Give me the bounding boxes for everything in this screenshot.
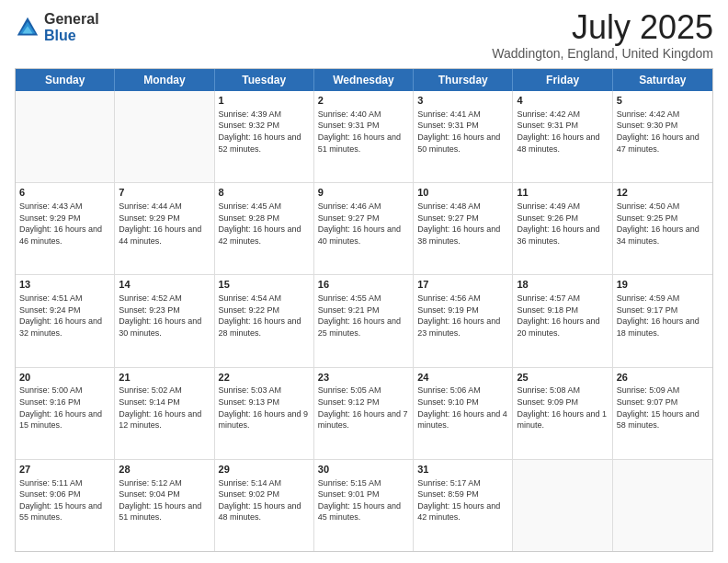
cell-info: Sunrise: 4:40 AM Sunset: 9:31 PM Dayligh… (318, 109, 409, 155)
day-number: 11 (517, 186, 608, 200)
calendar-cell: 23Sunrise: 5:05 AM Sunset: 9:12 PM Dayli… (314, 368, 414, 459)
day-number: 26 (617, 371, 709, 385)
cell-info: Sunrise: 5:15 AM Sunset: 9:01 PM Dayligh… (318, 477, 409, 523)
cell-info: Sunrise: 5:02 AM Sunset: 9:14 PM Dayligh… (119, 385, 210, 431)
calendar-cell: 2Sunrise: 4:40 AM Sunset: 9:31 PM Daylig… (314, 91, 414, 182)
calendar-row: 20Sunrise: 5:00 AM Sunset: 9:16 PM Dayli… (16, 367, 712, 459)
calendar-header-saturday: Saturday (613, 69, 712, 91)
title-block: July 2025 Waddington, England, United Ki… (492, 11, 713, 61)
day-number: 9 (318, 186, 409, 200)
cell-info: Sunrise: 4:55 AM Sunset: 9:21 PM Dayligh… (318, 293, 409, 339)
calendar-cell: 18Sunrise: 4:57 AM Sunset: 9:18 PM Dayli… (513, 275, 612, 366)
day-number: 30 (318, 463, 409, 477)
day-number: 28 (119, 463, 210, 477)
cell-info: Sunrise: 5:03 AM Sunset: 9:13 PM Dayligh… (219, 385, 310, 431)
day-number: 7 (119, 186, 210, 200)
cell-info: Sunrise: 5:05 AM Sunset: 9:12 PM Dayligh… (318, 385, 409, 431)
cell-info: Sunrise: 4:56 AM Sunset: 9:19 PM Dayligh… (417, 293, 508, 339)
calendar-cell: 6Sunrise: 4:43 AM Sunset: 9:29 PM Daylig… (16, 183, 115, 274)
cell-info: Sunrise: 4:43 AM Sunset: 9:29 PM Dayligh… (19, 201, 110, 247)
calendar-cell: 4Sunrise: 4:42 AM Sunset: 9:31 PM Daylig… (513, 91, 612, 182)
day-number: 17 (417, 278, 508, 292)
day-number: 4 (517, 94, 608, 108)
calendar-row: 6Sunrise: 4:43 AM Sunset: 9:29 PM Daylig… (16, 182, 712, 274)
calendar-cell: 24Sunrise: 5:06 AM Sunset: 9:10 PM Dayli… (414, 368, 513, 459)
cell-info: Sunrise: 5:08 AM Sunset: 9:09 PM Dayligh… (517, 385, 608, 431)
calendar-cell (613, 460, 712, 551)
calendar-cell (513, 460, 612, 551)
page: General Blue July 2025 Waddington, Engla… (0, 0, 728, 563)
location: Waddington, England, United Kingdom (492, 46, 713, 61)
calendar-cell: 31Sunrise: 5:17 AM Sunset: 8:59 PM Dayli… (414, 460, 513, 551)
logo-icon (15, 15, 40, 40)
cell-info: Sunrise: 5:12 AM Sunset: 9:04 PM Dayligh… (119, 477, 210, 523)
day-number: 14 (119, 278, 210, 292)
cell-info: Sunrise: 4:59 AM Sunset: 9:17 PM Dayligh… (617, 293, 709, 339)
calendar-cell: 30Sunrise: 5:15 AM Sunset: 9:01 PM Dayli… (314, 460, 414, 551)
cell-info: Sunrise: 5:14 AM Sunset: 9:02 PM Dayligh… (219, 477, 310, 523)
logo: General Blue (15, 11, 99, 43)
logo-blue: Blue (44, 28, 99, 44)
cell-info: Sunrise: 4:54 AM Sunset: 9:22 PM Dayligh… (219, 293, 310, 339)
calendar-cell: 8Sunrise: 4:45 AM Sunset: 9:28 PM Daylig… (215, 183, 314, 274)
calendar-cell: 19Sunrise: 4:59 AM Sunset: 9:17 PM Dayli… (613, 275, 712, 366)
calendar-cell: 12Sunrise: 4:50 AM Sunset: 9:25 PM Dayli… (613, 183, 712, 274)
day-number: 25 (517, 371, 608, 385)
calendar-cell: 17Sunrise: 4:56 AM Sunset: 9:19 PM Dayli… (414, 275, 513, 366)
day-number: 29 (219, 463, 310, 477)
calendar-header-friday: Friday (513, 69, 612, 91)
day-number: 18 (517, 278, 608, 292)
cell-info: Sunrise: 4:57 AM Sunset: 9:18 PM Dayligh… (517, 293, 608, 339)
header: General Blue July 2025 Waddington, Engla… (15, 11, 713, 61)
calendar-row: 1Sunrise: 4:39 AM Sunset: 9:32 PM Daylig… (16, 91, 712, 182)
calendar-cell: 20Sunrise: 5:00 AM Sunset: 9:16 PM Dayli… (16, 368, 115, 459)
cell-info: Sunrise: 4:42 AM Sunset: 9:30 PM Dayligh… (617, 109, 709, 155)
cell-info: Sunrise: 4:51 AM Sunset: 9:24 PM Dayligh… (19, 293, 110, 339)
calendar-header-thursday: Thursday (414, 69, 513, 91)
calendar-cell: 27Sunrise: 5:11 AM Sunset: 9:06 PM Dayli… (16, 460, 115, 551)
calendar-row: 27Sunrise: 5:11 AM Sunset: 9:06 PM Dayli… (16, 459, 712, 551)
cell-info: Sunrise: 4:39 AM Sunset: 9:32 PM Dayligh… (219, 109, 310, 155)
day-number: 10 (417, 186, 508, 200)
calendar-cell: 3Sunrise: 4:41 AM Sunset: 9:31 PM Daylig… (414, 91, 513, 182)
cell-info: Sunrise: 4:44 AM Sunset: 9:29 PM Dayligh… (119, 201, 210, 247)
day-number: 20 (19, 371, 110, 385)
day-number: 23 (318, 371, 409, 385)
calendar-cell (16, 91, 115, 182)
calendar-cell: 15Sunrise: 4:54 AM Sunset: 9:22 PM Dayli… (215, 275, 314, 366)
cell-info: Sunrise: 4:45 AM Sunset: 9:28 PM Dayligh… (219, 201, 310, 247)
day-number: 1 (219, 94, 310, 108)
logo-general: General (44, 11, 99, 28)
day-number: 31 (417, 463, 508, 477)
month-title: July 2025 (492, 11, 713, 44)
calendar-header-monday: Monday (115, 69, 214, 91)
day-number: 16 (318, 278, 409, 292)
day-number: 3 (417, 94, 508, 108)
calendar-body: 1Sunrise: 4:39 AM Sunset: 9:32 PM Daylig… (16, 91, 712, 551)
day-number: 8 (219, 186, 310, 200)
calendar-cell: 10Sunrise: 4:48 AM Sunset: 9:27 PM Dayli… (414, 183, 513, 274)
logo-text: General Blue (44, 11, 99, 43)
calendar-header: SundayMondayTuesdayWednesdayThursdayFrid… (16, 69, 712, 91)
cell-info: Sunrise: 4:41 AM Sunset: 9:31 PM Dayligh… (417, 109, 508, 155)
calendar-cell: 21Sunrise: 5:02 AM Sunset: 9:14 PM Dayli… (115, 368, 214, 459)
calendar-cell: 9Sunrise: 4:46 AM Sunset: 9:27 PM Daylig… (314, 183, 414, 274)
calendar: SundayMondayTuesdayWednesdayThursdayFrid… (15, 68, 713, 552)
day-number: 21 (119, 371, 210, 385)
cell-info: Sunrise: 5:00 AM Sunset: 9:16 PM Dayligh… (19, 385, 110, 431)
day-number: 6 (19, 186, 110, 200)
cell-info: Sunrise: 4:42 AM Sunset: 9:31 PM Dayligh… (517, 109, 608, 155)
calendar-row: 13Sunrise: 4:51 AM Sunset: 9:24 PM Dayli… (16, 274, 712, 366)
cell-info: Sunrise: 5:09 AM Sunset: 9:07 PM Dayligh… (617, 385, 709, 431)
cell-info: Sunrise: 4:46 AM Sunset: 9:27 PM Dayligh… (318, 201, 409, 247)
calendar-header-tuesday: Tuesday (215, 69, 314, 91)
calendar-cell: 5Sunrise: 4:42 AM Sunset: 9:30 PM Daylig… (613, 91, 712, 182)
day-number: 27 (19, 463, 110, 477)
calendar-cell: 11Sunrise: 4:49 AM Sunset: 9:26 PM Dayli… (513, 183, 612, 274)
day-number: 22 (219, 371, 310, 385)
calendar-cell: 13Sunrise: 4:51 AM Sunset: 9:24 PM Dayli… (16, 275, 115, 366)
calendar-cell: 14Sunrise: 4:52 AM Sunset: 9:23 PM Dayli… (115, 275, 214, 366)
day-number: 13 (19, 278, 110, 292)
day-number: 2 (318, 94, 409, 108)
calendar-cell: 29Sunrise: 5:14 AM Sunset: 9:02 PM Dayli… (215, 460, 314, 551)
